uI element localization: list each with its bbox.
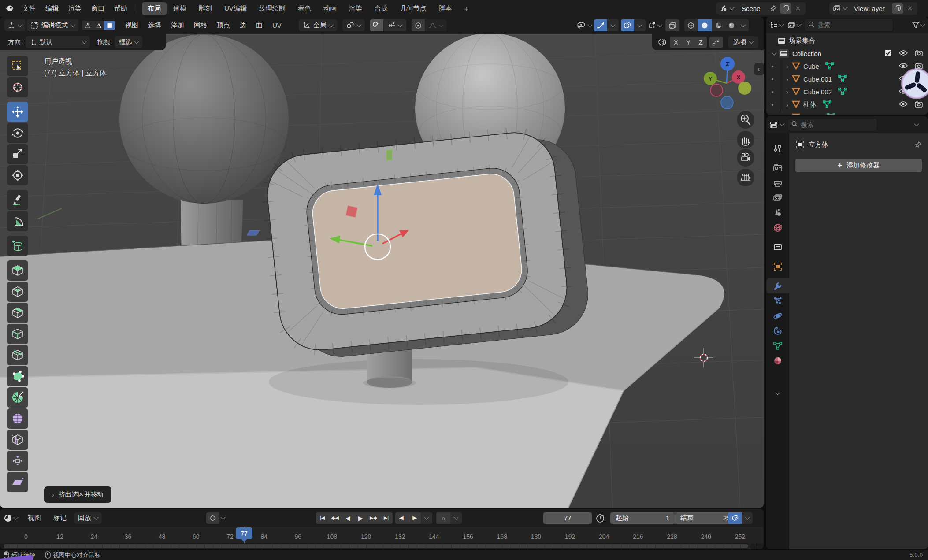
workspace-tab-6[interactable]: 动画	[318, 2, 342, 15]
prev-keyframe-button[interactable]: ◆◀	[329, 512, 342, 524]
camera-icon[interactable]	[915, 50, 923, 58]
next-keyframe-button[interactable]: ▶◆	[367, 512, 380, 524]
show-overlays-toggle[interactable]	[621, 19, 634, 31]
topology-mirror-toggle[interactable]	[709, 37, 723, 48]
workspace-tab-10[interactable]: 脚本	[433, 2, 458, 15]
step-back-button[interactable]: ◀|	[395, 512, 408, 524]
workspace-tab-2[interactable]: 雕刻	[193, 2, 218, 15]
scene-collection-row[interactable]: 场景集合	[766, 34, 928, 47]
face-select-button[interactable]	[104, 21, 115, 30]
outliner-search[interactable]	[804, 19, 893, 32]
properties-tab-output[interactable]	[766, 175, 789, 190]
viewport-menu-3[interactable]: 网格	[189, 21, 212, 30]
sync-toggle[interactable]	[728, 512, 742, 524]
topbar-menu-1[interactable]: 编辑	[41, 4, 63, 13]
outliner-item-row-partial[interactable]: ›	[766, 111, 928, 115]
jump-to-start-button[interactable]: |◀	[316, 512, 329, 524]
camera-icon[interactable]	[915, 101, 923, 109]
timeline-scrollbar[interactable]	[0, 543, 764, 549]
properties-tab-material[interactable]	[766, 353, 789, 368]
proportional-edit-toggle[interactable]	[412, 19, 425, 31]
collection-row[interactable]: Collection	[766, 47, 928, 60]
properties-tab-object[interactable]	[766, 259, 789, 274]
properties-search[interactable]	[787, 118, 877, 131]
snap-with-dropdown[interactable]	[383, 19, 406, 31]
current-frame-badge[interactable]: 77	[236, 527, 252, 539]
new-viewlayer-button[interactable]	[892, 3, 903, 14]
expand-icon[interactable]: ›	[786, 75, 788, 83]
pin-icon[interactable]	[768, 4, 778, 13]
orientation-dropdown[interactable]: 全局	[299, 19, 337, 31]
timeline-menu-view[interactable]: 视图	[23, 514, 46, 522]
blender-logo-icon[interactable]	[4, 4, 14, 13]
add-modifier-button[interactable]: + 添加修改器	[795, 159, 922, 172]
properties-tab-scene[interactable]	[766, 205, 789, 220]
viewlayer-icon[interactable]	[832, 4, 842, 13]
visibility-dropdown[interactable]	[575, 22, 592, 30]
play-reverse-button[interactable]: ◀	[342, 512, 354, 524]
xray-toggle[interactable]	[665, 19, 679, 31]
tool-loop-cut[interactable]	[7, 324, 28, 344]
snap-toggle[interactable]	[370, 19, 383, 31]
outliner-filter-image-dropdown[interactable]	[787, 22, 801, 29]
editor-type-dropdown[interactable]	[4, 19, 25, 31]
properties-options-dropdown[interactable]	[914, 121, 919, 126]
checkbox-icon[interactable]	[884, 49, 892, 58]
rendered-shading-button[interactable]	[725, 19, 738, 31]
wireframe-shading-button[interactable]	[684, 19, 698, 31]
workspace-tab-5[interactable]: 着色	[292, 2, 317, 15]
preview-range-toggle[interactable]: ∩	[436, 512, 450, 524]
tool-rotate[interactable]	[7, 123, 28, 143]
scene-name[interactable]: Scene	[735, 5, 767, 12]
delete-scene-icon[interactable]	[793, 4, 803, 13]
scene-icon[interactable]	[719, 4, 728, 13]
tool-bevel[interactable]	[7, 303, 28, 323]
tool-shrink-fatten[interactable]	[7, 451, 28, 471]
chevron-down-icon[interactable]	[729, 5, 734, 10]
shading-dropdown[interactable]	[738, 19, 749, 31]
viewport-3d[interactable]: 编辑模式 视图选择添加网格顶点边面UV 全局	[0, 17, 764, 508]
solid-shading-button[interactable]	[698, 19, 712, 31]
properties-editor-type-dropdown[interactable]	[770, 121, 784, 129]
tool-transform[interactable]	[7, 165, 28, 185]
workspace-tab-3[interactable]: UV编辑	[219, 2, 252, 15]
tool-shear[interactable]	[7, 472, 28, 492]
tool-measure[interactable]	[7, 211, 28, 231]
options-dropdown[interactable]: 选项	[728, 36, 758, 48]
workspace-tab-4[interactable]: 纹理绘制	[253, 2, 291, 15]
timeline-menu-playback[interactable]: 回放	[74, 512, 102, 524]
expand-icon[interactable]: ›	[786, 88, 788, 96]
viewport-menu-4[interactable]: 顶点	[212, 21, 235, 30]
timeline-ruler[interactable]: 0122436486072849610812013214415616818019…	[0, 527, 764, 543]
eye-icon[interactable]	[899, 101, 908, 108]
topbar-menu-3[interactable]: 窗口	[86, 4, 109, 13]
start-frame-field[interactable]: 起始1	[610, 512, 675, 524]
tool-cursor[interactable]	[7, 77, 28, 97]
properties-tab-physics[interactable]	[766, 308, 789, 323]
show-gizmos-toggle[interactable]	[594, 19, 607, 31]
expand-icon[interactable]: ›	[786, 63, 788, 70]
topbar-menu-4[interactable]: 帮助	[109, 4, 132, 13]
workspace-tab-0[interactable]: 布局	[142, 2, 167, 15]
viewport-menu-5[interactable]: 边	[235, 21, 251, 30]
delete-viewlayer-icon[interactable]	[905, 4, 915, 13]
add-workspace-button[interactable]: +	[459, 3, 474, 15]
topbar-menu-2[interactable]: 渲染	[63, 4, 86, 13]
properties-tab-constraints[interactable]	[766, 323, 789, 338]
material-shading-button[interactable]	[712, 19, 725, 31]
mirror-z-button[interactable]: Z	[694, 37, 707, 48]
properties-tab-tool[interactable]	[766, 141, 789, 156]
viewport-menu-2[interactable]: 添加	[166, 21, 189, 30]
workspace-tab-1[interactable]: 建模	[167, 2, 192, 15]
edge-select-button[interactable]	[93, 21, 104, 30]
outliner-display-mode-dropdown[interactable]	[770, 22, 783, 29]
tool-poly-build[interactable]	[7, 366, 28, 386]
autokey-toggle[interactable]	[206, 512, 219, 524]
jump-to-end-button[interactable]: ▶|	[380, 512, 393, 524]
workspace-tab-9[interactable]: 几何节点	[394, 2, 432, 15]
properties-tab-render[interactable]	[766, 160, 789, 175]
pin-icon[interactable]	[914, 141, 922, 148]
tool-annotate[interactable]	[7, 190, 28, 210]
gizmos-dropdown[interactable]	[607, 19, 619, 31]
timeline-menu-marker[interactable]: 标记	[48, 514, 71, 522]
